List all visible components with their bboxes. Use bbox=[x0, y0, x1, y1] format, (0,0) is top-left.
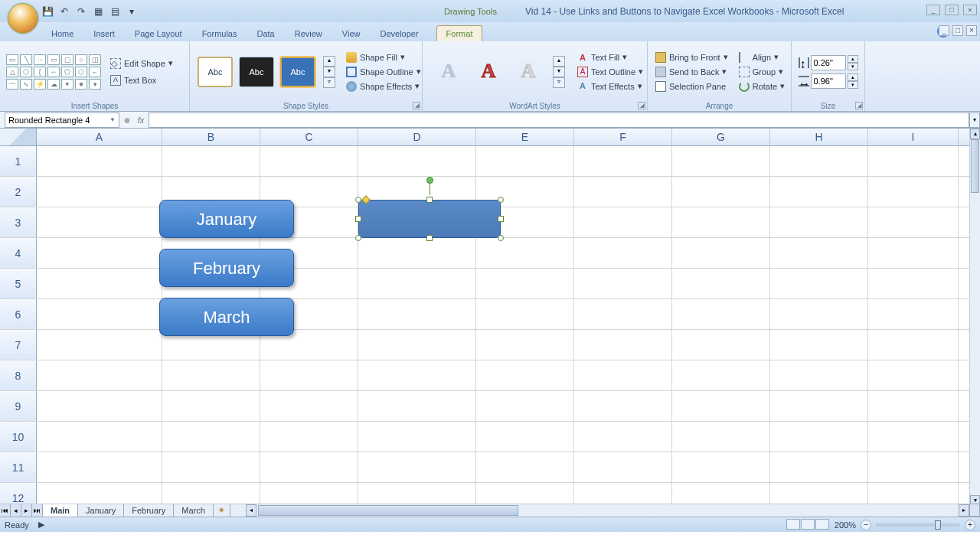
view-layout-button[interactable] bbox=[801, 519, 815, 530]
tab-formulas[interactable]: Formulas bbox=[192, 25, 247, 41]
cell[interactable] bbox=[672, 483, 770, 506]
shape-cyl-icon[interactable]: ◫ bbox=[89, 54, 101, 65]
shape-tri-icon[interactable]: △ bbox=[6, 67, 18, 77]
shape-styles-launcher[interactable]: ◢ bbox=[413, 102, 420, 109]
shape-style-gallery[interactable]: Abc Abc Abc ▴▾▿ bbox=[194, 51, 338, 93]
tab-nav-first[interactable]: ⏮ bbox=[0, 504, 11, 517]
row-header[interactable]: 8 bbox=[0, 360, 37, 390]
shape-free-icon[interactable]: ∿ bbox=[20, 79, 32, 90]
align-button[interactable]: Align ▾ bbox=[736, 51, 788, 64]
tab-view[interactable]: View bbox=[332, 25, 371, 41]
size-launcher[interactable]: ◢ bbox=[855, 102, 863, 109]
cell[interactable] bbox=[672, 146, 770, 176]
cell[interactable] bbox=[574, 238, 672, 268]
cell[interactable] bbox=[37, 299, 162, 329]
cell[interactable] bbox=[476, 238, 574, 268]
row-header[interactable]: 2 bbox=[0, 177, 37, 207]
cell[interactable] bbox=[476, 299, 574, 329]
cell[interactable] bbox=[770, 452, 868, 482]
zoom-in-button[interactable]: + bbox=[965, 520, 975, 530]
cell[interactable] bbox=[868, 483, 959, 506]
cell[interactable] bbox=[574, 146, 672, 176]
name-box[interactable]: Rounded Rectangle 4▼ bbox=[5, 112, 119, 128]
tab-nav-next[interactable]: ▸ bbox=[21, 504, 32, 517]
shape-outline-button[interactable]: Shape Outline ▾ bbox=[343, 66, 424, 78]
zoom-level[interactable]: 200% bbox=[835, 520, 856, 530]
cell[interactable] bbox=[358, 207, 476, 237]
shape-rect-icon[interactable]: ▭ bbox=[47, 54, 60, 65]
cell[interactable] bbox=[162, 422, 260, 452]
rotate-button[interactable]: Rotate ▾ bbox=[736, 80, 788, 93]
shape-conn-icon[interactable]: ⌐ bbox=[89, 67, 101, 77]
col-header[interactable]: F bbox=[574, 129, 672, 145]
cell[interactable] bbox=[476, 177, 574, 207]
cell[interactable] bbox=[37, 452, 162, 482]
minimize-button[interactable]: _ bbox=[926, 5, 940, 15]
cell[interactable] bbox=[672, 422, 770, 452]
cell[interactable] bbox=[358, 422, 476, 452]
shape-oval-icon[interactable]: ○ bbox=[75, 54, 87, 65]
cell[interactable] bbox=[358, 269, 476, 298]
cell[interactable] bbox=[770, 299, 868, 329]
col-header[interactable]: H bbox=[770, 129, 868, 145]
cell[interactable] bbox=[574, 299, 672, 329]
zoom-slider[interactable] bbox=[876, 523, 960, 527]
row-header[interactable]: 12 bbox=[0, 483, 37, 506]
cell[interactable] bbox=[358, 360, 476, 390]
tab-developer[interactable]: Developer bbox=[370, 25, 428, 41]
cell[interactable] bbox=[162, 452, 260, 482]
shape-dbl-icon[interactable]: ↔ bbox=[47, 67, 60, 77]
shape-hex-icon[interactable]: ⬡ bbox=[75, 67, 87, 77]
cell[interactable] bbox=[476, 483, 574, 506]
cell[interactable] bbox=[868, 177, 959, 207]
wordart-gallery[interactable]: A A A ▴▾▿ bbox=[427, 51, 570, 93]
cell[interactable] bbox=[868, 360, 959, 390]
cell[interactable] bbox=[37, 269, 162, 298]
cell[interactable] bbox=[574, 391, 672, 421]
hscroll-thumb[interactable] bbox=[258, 505, 518, 516]
select-all-button[interactable] bbox=[0, 129, 37, 145]
cell[interactable] bbox=[37, 207, 162, 237]
cell[interactable] bbox=[574, 177, 672, 207]
row-header[interactable]: 7 bbox=[0, 330, 37, 360]
view-normal-button[interactable] bbox=[786, 519, 800, 530]
cell[interactable] bbox=[574, 330, 672, 360]
row-header[interactable]: 11 bbox=[0, 452, 37, 482]
tab-home[interactable]: Home bbox=[41, 25, 83, 41]
qat-more-icon[interactable]: ▾ bbox=[124, 4, 139, 19]
col-header[interactable]: C bbox=[260, 129, 358, 145]
cell[interactable] bbox=[476, 452, 574, 482]
cell[interactable] bbox=[672, 391, 770, 421]
cell[interactable] bbox=[162, 207, 260, 237]
bring-to-front-button[interactable]: Bring to Front ▾ bbox=[652, 51, 731, 64]
mdi-restore[interactable]: □ bbox=[952, 25, 963, 36]
cell[interactable] bbox=[770, 207, 868, 237]
print-preview-icon[interactable]: ▤ bbox=[107, 4, 122, 19]
style-swatch-2[interactable]: Abc bbox=[239, 57, 274, 87]
col-header[interactable]: G bbox=[672, 129, 770, 145]
row-header[interactable]: 3 bbox=[0, 207, 37, 237]
cell[interactable] bbox=[162, 146, 260, 176]
cell[interactable] bbox=[868, 330, 959, 360]
cell[interactable] bbox=[162, 360, 260, 390]
wa-down-icon[interactable]: ▾ bbox=[553, 67, 565, 77]
cell[interactable] bbox=[868, 391, 959, 421]
cell[interactable] bbox=[162, 299, 260, 329]
wordart-swatch-3[interactable]: A bbox=[511, 56, 545, 86]
edit-shape-button[interactable]: ◇Edit Shape ▾ bbox=[107, 57, 176, 70]
cell[interactable] bbox=[162, 238, 260, 268]
row-header[interactable]: 4 bbox=[0, 238, 37, 268]
width-up[interactable]: ▴ bbox=[848, 73, 858, 81]
formula-bar-expand[interactable]: ▾ bbox=[969, 112, 980, 128]
shape-brace-icon[interactable]: { bbox=[34, 67, 46, 77]
cell[interactable] bbox=[37, 422, 162, 452]
height-input[interactable] bbox=[811, 55, 846, 70]
shape-st4-icon[interactable]: ✦ bbox=[61, 79, 74, 90]
style-swatch-1[interactable]: Abc bbox=[198, 57, 233, 87]
cell[interactable] bbox=[358, 299, 476, 329]
cell[interactable] bbox=[574, 207, 672, 237]
scroll-left-icon[interactable]: ◂ bbox=[246, 504, 256, 517]
cell[interactable] bbox=[868, 269, 959, 298]
wordart-swatch-1[interactable]: A bbox=[432, 56, 466, 86]
wordart-swatch-2[interactable]: A bbox=[472, 56, 505, 86]
